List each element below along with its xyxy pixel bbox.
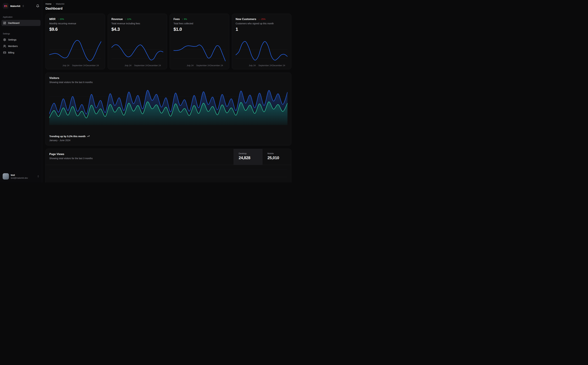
breadcrumb-home[interactable]: Home xyxy=(46,3,51,5)
sparkline-chart: July 24 September 24 December 24 xyxy=(49,38,101,67)
sidebar-nav: Application Dashboard Settings Settings … xyxy=(0,9,42,171)
trend-value: -25% xyxy=(261,18,265,20)
stat-description: Total fees collected xyxy=(173,22,225,25)
main-content: Home Makerkit Dashboard MRR ↑ 20% Monthl… xyxy=(42,0,294,182)
page-views-subtitle: Showing total visitors for the last 3 mo… xyxy=(49,157,230,160)
user-menu[interactable]: test test@makerkit.dev xyxy=(0,171,42,182)
stat-title: Fees xyxy=(173,18,180,21)
nav-section-settings: Settings xyxy=(1,33,41,35)
stat-value: 1 xyxy=(236,27,288,32)
sparkline-svg xyxy=(111,38,163,63)
tab-desktop[interactable]: Desktop 24,828 xyxy=(234,149,262,165)
sparkline-x-labels: July 24 September 24 December 24 xyxy=(173,63,225,67)
visitors-chart-svg xyxy=(49,88,287,125)
user-email: test@makerkit.dev xyxy=(11,177,35,179)
sparkline-x-labels: July 24 September 24 December 24 xyxy=(111,63,163,67)
user-name: test xyxy=(11,174,35,176)
visitors-trend-text: Trending up by 5.2% this month xyxy=(49,135,85,138)
trend-arrow-icon: ↑ xyxy=(182,18,183,20)
sidebar-item-label: Billing xyxy=(8,51,14,54)
stat-card-fees: Fees ↑ 9% Total fees collected $1.0 July… xyxy=(170,14,229,69)
x-label: September 24 xyxy=(258,64,272,67)
x-label: December 24 xyxy=(148,64,161,67)
sparkline-svg xyxy=(49,38,101,63)
bell-icon xyxy=(36,4,39,8)
x-label: September 24 xyxy=(72,64,86,67)
sidebar-item-label: Settings xyxy=(8,38,17,41)
sidebar: m Makerkit Application Dashboard Setting… xyxy=(0,0,42,182)
app-logo: m xyxy=(3,3,9,9)
workspace-switcher[interactable] xyxy=(22,5,24,7)
trend-arrow-icon: ↑ xyxy=(58,18,59,20)
workspace-name: Makerkit xyxy=(10,5,20,7)
stat-description: Total revenue including fees xyxy=(111,22,163,25)
sidebar-header: m Makerkit xyxy=(0,0,42,9)
chevrons-up-down-icon xyxy=(37,175,39,177)
stat-card-mrr: MRR ↑ 20% Monthly recurring revenue $9.6… xyxy=(46,14,105,69)
stat-trend-badge: ↑ 12% xyxy=(125,18,131,20)
visitors-footer: Trending up by 5.2% this month January -… xyxy=(49,135,287,142)
sparkline-x-labels: July 24 September 24 December 24 xyxy=(236,63,288,67)
tab-label: Mobile xyxy=(267,152,291,155)
notifications-button[interactable] xyxy=(36,4,39,8)
user-meta: test test@makerkit.dev xyxy=(11,174,35,179)
sidebar-item-dashboard[interactable]: Dashboard xyxy=(1,20,41,26)
sidebar-item-billing[interactable]: Billing xyxy=(1,49,41,56)
breadcrumb: Home Makerkit xyxy=(46,3,291,5)
x-label: July 24 xyxy=(249,64,256,67)
visitors-title: Visitors xyxy=(49,77,287,80)
dashboard-icon xyxy=(3,21,6,24)
stat-title: Revenue xyxy=(111,18,123,21)
trend-value: 9% xyxy=(184,18,187,20)
sidebar-item-members[interactable]: Members xyxy=(1,43,41,49)
stat-title: MRR xyxy=(49,18,55,21)
trend-value: 12% xyxy=(127,18,131,20)
x-label: December 24 xyxy=(272,64,285,67)
stat-value: $4.3 xyxy=(111,27,163,32)
stat-card-new-customers: New Customers ↓ -25% Customers who signe… xyxy=(232,14,291,69)
stat-description: Monthly recurring revenue xyxy=(49,22,101,25)
breadcrumb-current: Makerkit xyxy=(56,3,64,5)
x-label: September 24 xyxy=(134,64,148,67)
sparkline-chart: July 24 September 24 December 24 xyxy=(236,38,288,67)
sparkline-svg xyxy=(236,38,288,63)
stat-value: $9.6 xyxy=(49,27,101,32)
stat-trend-badge: ↓ -25% xyxy=(258,18,265,20)
page-views-card: Page Views Showing total visitors for th… xyxy=(46,149,291,182)
x-label: July 24 xyxy=(62,64,69,67)
visitors-area-chart xyxy=(49,88,287,125)
page-views-header: Page Views Showing total visitors for th… xyxy=(46,149,291,165)
credit-card-icon xyxy=(3,51,6,54)
x-label: December 24 xyxy=(86,64,99,67)
nav-section-application: Application xyxy=(1,16,41,18)
sparkline-chart: July 24 September 24 December 24 xyxy=(111,38,163,67)
tab-label: Desktop xyxy=(239,152,262,155)
visitors-card: Visitors Showing total visitors for the … xyxy=(46,73,291,145)
trend-arrow-icon: ↑ xyxy=(125,18,126,20)
sidebar-item-label: Members xyxy=(8,45,18,48)
sparkline-x-labels: July 24 September 24 December 24 xyxy=(49,63,101,67)
users-icon xyxy=(3,45,6,48)
user-avatar xyxy=(3,173,9,180)
stat-trend-badge: ↑ 20% xyxy=(58,18,64,20)
page-views-title: Page Views xyxy=(49,153,230,156)
tab-value: 25,010 xyxy=(267,155,291,160)
sparkline-chart: July 24 September 24 December 24 xyxy=(173,38,225,67)
app-logo-letter: m xyxy=(4,4,7,8)
trend-arrow-icon: ↓ xyxy=(258,18,260,20)
x-label: December 24 xyxy=(210,64,223,67)
stat-title: New Customers xyxy=(236,18,256,21)
stat-description: Customers who signed up this month xyxy=(236,22,288,25)
sidebar-item-settings[interactable]: Settings xyxy=(1,36,41,43)
trending-up-icon xyxy=(87,135,90,138)
stat-cards-row: MRR ↑ 20% Monthly recurring revenue $9.6… xyxy=(46,14,291,69)
stat-trend-badge: ↑ 9% xyxy=(182,18,187,20)
chevron-right-icon xyxy=(53,3,55,5)
stat-value: $1.0 xyxy=(173,27,225,32)
tab-mobile[interactable]: Mobile 25,010 xyxy=(262,149,291,165)
gear-icon xyxy=(3,38,6,41)
trend-value: 20% xyxy=(60,18,64,20)
visitors-date-range: January - June 2024 xyxy=(49,139,287,142)
chevrons-up-down-icon xyxy=(22,5,24,7)
page-views-bar-chart xyxy=(49,167,287,182)
